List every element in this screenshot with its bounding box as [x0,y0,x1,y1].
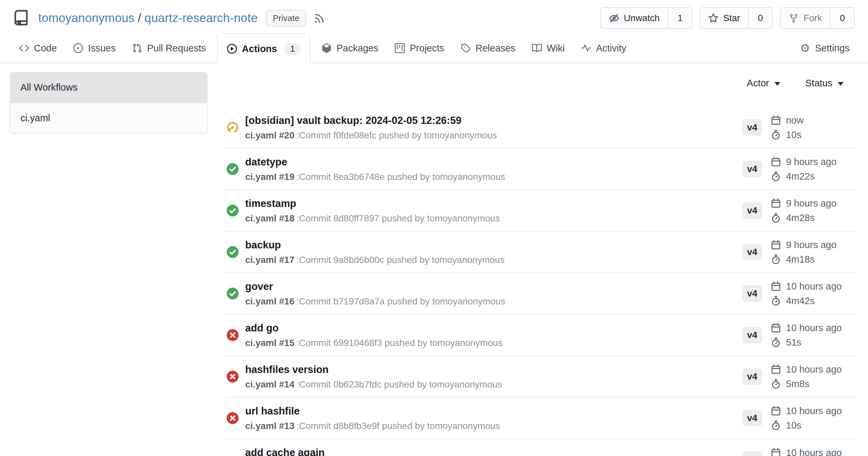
actor-filter-label: Actor [747,78,769,89]
run-started: 10 hours ago [771,281,842,292]
pull-request-icon [132,43,142,53]
workflow-run-row[interactable]: url hashfile ci.yaml #13:Commit d8b8fb3e… [225,398,858,439]
tab-projects[interactable]: Projects [390,34,450,63]
run-summary: [obsidian] vault backup: 2024-02-05 12:2… [245,115,742,141]
run-subtitle: ci.yaml #18:Commit 8d80ff7897 pushed by … [245,213,742,224]
tab-packages-label: Packages [337,43,378,54]
fork-button[interactable]: Fork 0 [780,7,855,29]
run-times: 9 hours ago 4m22s [771,157,836,182]
workflow-run-row[interactable]: add go ci.yaml #15:Commit 69910468f3 pus… [225,315,858,356]
pulse-icon [581,43,591,53]
run-workflow-ref: ci.yaml #19 [245,172,294,182]
tab-actions[interactable]: Actions 1 [217,33,310,64]
tab-settings[interactable]: ⚙︎ Settings [795,34,855,63]
unwatch-label: Unwatch [624,13,660,23]
tab-code[interactable]: Code [14,34,62,63]
run-duration: 51s [771,337,842,348]
actor-filter-dropdown[interactable]: Actor [747,78,780,89]
run-duration: 4m28s [771,213,836,223]
sidebar-item-all-workflows[interactable]: All Workflows [10,72,207,102]
stopwatch-icon [771,420,781,431]
run-started: 9 hours ago [771,157,836,167]
visibility-badge: Private [266,10,306,27]
run-duration-label: 4m18s [786,254,815,265]
run-title-link[interactable]: [obsidian] vault backup: 2024-02-05 12:2… [245,115,742,127]
run-summary: url hashfile ci.yaml #13:Commit d8b8fb3e… [245,405,742,431]
play-circle-icon [227,44,237,54]
run-title-link[interactable]: add cache again [245,447,742,456]
tab-actions-label: Actions [242,43,277,54]
run-workflow-ref: ci.yaml #20 [245,130,294,140]
run-summary: datetype ci.yaml #19:Commit 8ea3b6748e p… [245,156,742,182]
repo-name-link[interactable]: quartz-research-note [144,11,257,25]
run-duration: 4m18s [771,254,836,265]
workflow-run-row[interactable]: hashfiles version ci.yaml #14:Commit 0b6… [225,356,858,398]
run-filters: Actor Status [225,72,858,89]
run-title-link[interactable]: url hashfile [245,405,742,417]
repo-owner-link[interactable]: tomoyanonymous [38,11,134,25]
run-commit-text: :Commit f0fde08efc pushed by tomoyanonym… [296,130,497,140]
run-subtitle: ci.yaml #16:Commit b7197d8a7a pushed by … [245,296,742,307]
tab-activity[interactable]: Activity [576,34,632,63]
run-title-link[interactable]: timestamp [245,198,742,209]
rss-feed-icon[interactable] [313,12,325,24]
success-icon [227,205,239,217]
run-title-link[interactable]: gover [245,281,742,293]
run-duration-label: 10s [786,129,801,140]
run-list: [obsidian] vault backup: 2024-02-05 12:2… [225,107,858,456]
calendar-icon [771,364,781,374]
run-commit-text: :Commit 0b623b7fdc pushed by tomoyanonym… [296,379,502,389]
run-title-link[interactable]: datetype [245,156,742,168]
unwatch-button[interactable]: Unwatch 1 [600,7,693,29]
run-meta: v4 10 hours ago [742,364,858,389]
stopwatch-icon [771,337,781,348]
runner-version-badge: v4 [742,410,762,426]
tab-wiki[interactable]: Wiki [527,34,570,63]
success-icon [227,163,239,175]
workflow-run-row[interactable]: timestamp ci.yaml #18:Commit 8d80ff7897 … [225,190,858,232]
run-duration-label: 5m8s [786,379,809,389]
run-title-link[interactable]: backup [245,239,742,251]
tab-releases[interactable]: Releases [456,34,521,63]
runner-version-badge: v4 [742,119,762,136]
run-meta: v4 10 hours ago [742,323,858,348]
star-button[interactable]: Star 0 [700,7,773,29]
run-started: 9 hours ago [771,198,836,209]
tab-issues[interactable]: Issues [68,34,121,63]
run-meta: v4 10 hours ago [742,405,858,431]
run-workflow-ref: ci.yaml #15 [245,338,294,348]
run-meta: v4 10 hours ago [742,448,858,456]
workflow-run-row[interactable]: gover ci.yaml #16:Commit b7197d8a7a push… [225,273,858,315]
repo-book-icon [12,8,30,28]
status-filter-dropdown[interactable]: Status [805,78,844,89]
tab-pull-requests[interactable]: Pull Requests [127,34,211,63]
workflow-run-row[interactable]: backup ci.yaml #17:Commit 9a8bd6b00c pus… [225,232,858,273]
run-title-link[interactable]: add go [245,322,742,334]
sidebar-item-ci-yaml[interactable]: ci.yaml [10,102,207,133]
forks-count[interactable]: 0 [830,8,854,28]
actions-page: All Workflows ci.yaml Actor Status [0,63,868,456]
status-filter-label: Status [805,78,832,89]
run-times: 10 hours ago [771,448,842,456]
run-when-label: 10 hours ago [786,281,842,292]
success-icon [227,246,239,258]
run-when-label: 10 hours ago [786,323,842,333]
run-duration: 10s [771,129,803,140]
workflow-run-row[interactable]: add cache again v4 10 hours ago [225,439,858,456]
tab-packages[interactable]: Packages [316,34,383,63]
run-duration-label: 4m28s [786,213,815,223]
calendar-icon [771,323,781,333]
runner-version-badge: v4 [742,327,762,343]
star-label: Star [723,13,740,23]
gear-icon: ⚙︎ [800,42,810,54]
workflow-run-row[interactable]: [obsidian] vault backup: 2024-02-05 12:2… [225,107,858,149]
failure-icon [227,371,239,383]
run-times: 9 hours ago 4m18s [771,239,836,265]
run-title-link[interactable]: hashfiles version [245,364,742,376]
run-when-label: 9 hours ago [786,239,836,251]
run-when-label: 10 hours ago [786,448,842,456]
stars-count[interactable]: 0 [748,8,772,28]
workflow-run-row[interactable]: datetype ci.yaml #19:Commit 8ea3b6748e p… [225,149,858,190]
success-icon [227,288,239,299]
watchers-count[interactable]: 1 [668,8,692,28]
